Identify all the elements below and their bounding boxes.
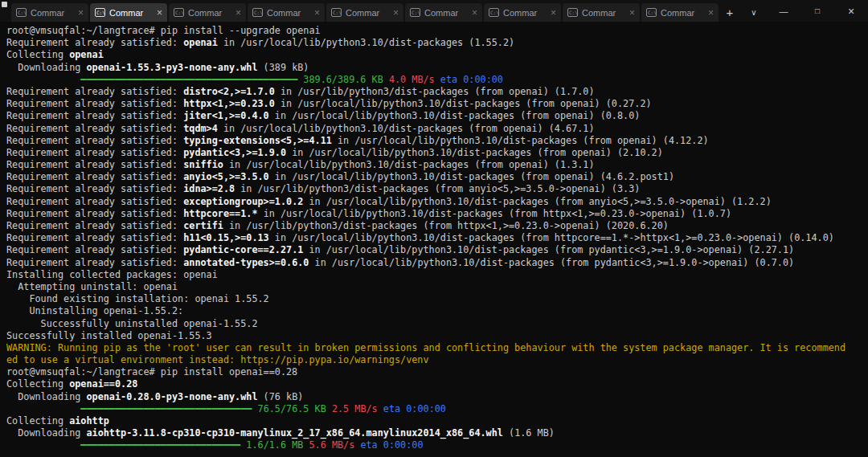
terminal-line: Requirement already satisfied: sniffio i… <box>6 159 868 171</box>
tab-dropdown-button[interactable]: ∨ <box>741 3 767 22</box>
cmd-icon: C:\ <box>95 8 105 17</box>
tab-4[interactable]: C:\Commar× <box>248 3 325 22</box>
terminal-line: Requirement already satisfied: annotated… <box>6 257 868 269</box>
terminal-line: Found existing installation: openai 1.55… <box>6 293 868 305</box>
tab-8[interactable]: C:\Commar× <box>563 3 640 22</box>
tab-label: Commar <box>346 8 389 18</box>
terminal-line: Requirement already satisfied: httpx<1,>… <box>6 98 868 110</box>
tab-6[interactable]: C:\Commar× <box>405 3 482 22</box>
terminal-line: Requirement already satisfied: httpcore=… <box>6 208 868 220</box>
terminal-line: Successfully installed openai-1.55.3 <box>6 330 868 342</box>
terminal-line: Requirement already satisfied: exception… <box>6 196 868 208</box>
terminal-line: Requirement already satisfied: anyio<5,>… <box>6 171 868 183</box>
tab-label: Commar <box>503 8 547 18</box>
maximize-icon: □ <box>815 6 820 15</box>
tab-3[interactable]: C:\Commar× <box>169 3 246 22</box>
tab-label: Commar <box>424 8 468 18</box>
tab-close-icon[interactable]: × <box>472 7 477 18</box>
terminal-line: WARNING: Running pip as the 'root' user … <box>6 342 868 354</box>
cmd-icon: C:\ <box>16 8 27 17</box>
terminal-window: C:\Commar×C:\Commar×C:\Commar×C:\Commar×… <box>0 0 868 457</box>
cmd-icon: C:\ <box>489 8 499 17</box>
cmd-icon: C:\ <box>174 8 184 17</box>
terminal-output[interactable]: root@vmsuqfal:~/langtrace# pip install -… <box>0 22 868 457</box>
tab-close-icon[interactable]: × <box>708 7 714 18</box>
terminal-line: Collecting openai <box>6 49 868 61</box>
tab-label: Commar <box>582 8 625 18</box>
tab-bar: C:\Commar×C:\Commar×C:\Commar×C:\Commar×… <box>0 0 868 22</box>
terminal-line: ━━━━━━━━━━━━━━━━━━━━━━━━━━━━━━ 76.5/76.5… <box>6 403 868 415</box>
terminal-line: Attempting uninstall: openai <box>6 281 868 293</box>
terminal-line: Installing collected packages: openai <box>6 269 868 281</box>
tab-label: Commar <box>109 8 153 18</box>
chevron-down-icon: ∨ <box>751 8 756 17</box>
tab-close-icon[interactable]: × <box>157 7 162 18</box>
terminal-line: Downloading openai-0.28.0-py3-none-any.w… <box>6 391 868 403</box>
terminal-line: Downloading openai-1.55.3-py3-none-any.w… <box>6 62 868 74</box>
terminal-line: Requirement already satisfied: typing-ex… <box>6 135 868 147</box>
tab-label: Commar <box>188 8 231 18</box>
terminal-line: Requirement already satisfied: distro<2,… <box>6 86 868 98</box>
maximize-button[interactable]: □ <box>800 0 834 22</box>
close-icon: × <box>848 5 854 18</box>
terminal-line: Collecting openai==0.28 <box>6 378 868 390</box>
cmd-icon: C:\ <box>331 8 342 17</box>
terminal-line: Requirement already satisfied: jiter<1,>… <box>6 110 868 122</box>
cmd-icon: C:\ <box>646 8 657 17</box>
terminal-line: Requirement already satisfied: idna>=2.8… <box>6 183 868 195</box>
tab-close-icon[interactable]: × <box>314 7 320 18</box>
minimize-icon: — <box>780 6 788 16</box>
tab-label: Commar <box>31 8 74 18</box>
tab-7[interactable]: C:\Commar× <box>484 3 561 22</box>
terminal-line: ed to use a virtual environment instead:… <box>6 354 868 366</box>
window-icon <box>2 2 7 7</box>
terminal-line: Requirement already satisfied: openai in… <box>6 37 868 49</box>
tab-1[interactable]: C:\Commar× <box>11 3 88 22</box>
tab-label: Commar <box>661 8 704 18</box>
tab-close-icon[interactable]: × <box>393 7 399 18</box>
tab-bar-tabs: C:\Commar×C:\Commar×C:\Commar×C:\Commar×… <box>11 3 719 22</box>
cmd-icon: C:\ <box>567 8 578 17</box>
tab-9[interactable]: C:\Commar× <box>641 3 719 22</box>
tab-close-icon[interactable]: × <box>78 7 84 18</box>
terminal-line: ━━━━━━━━━━━━━━━━━━━━━━━━━━━━ 1.6/1.6 MB … <box>6 439 868 451</box>
minimize-button[interactable]: — <box>767 0 800 22</box>
terminal-line: Requirement already satisfied: certifi i… <box>6 220 868 232</box>
new-tab-button[interactable]: + <box>719 3 741 22</box>
terminal-line: Requirement already satisfied: pydantic-… <box>6 244 868 256</box>
terminal-line: root@vmsuqfal:~/langtrace# pip install -… <box>6 25 868 37</box>
terminal-line: Requirement already satisfied: tqdm>4 in… <box>6 123 868 135</box>
tab-label: Commar <box>267 8 310 18</box>
cmd-icon: C:\ <box>252 8 263 17</box>
terminal-line: Requirement already satisfied: h11<0.15,… <box>6 232 868 244</box>
tab-close-icon[interactable]: × <box>235 7 241 18</box>
terminal-line: Collecting aiohttp <box>6 415 868 427</box>
terminal-line: Requirement already satisfied: pydantic<… <box>6 147 868 159</box>
terminal-line: Uninstalling openai-1.55.2: <box>6 305 868 317</box>
terminal-line: ━━━━━━━━━━━━━━━━━━━━━━━━━━━━━━━━━━━━━━ 3… <box>6 74 868 86</box>
terminal-line: Successfully uninstalled openai-1.55.2 <box>6 318 868 330</box>
tab-5[interactable]: C:\Commar× <box>326 3 403 22</box>
tab-close-icon[interactable]: × <box>629 7 635 18</box>
terminal-line: root@vmsuqfal:~/langtrace# pip install o… <box>6 366 868 378</box>
terminal-line: Downloading aiohttp-3.11.8-cp310-cp310-m… <box>6 427 868 439</box>
tab-2[interactable]: C:\Commar× <box>90 3 167 22</box>
tab-close-icon[interactable]: × <box>551 7 556 18</box>
close-button[interactable]: × <box>834 0 868 22</box>
cmd-icon: C:\ <box>410 8 420 17</box>
